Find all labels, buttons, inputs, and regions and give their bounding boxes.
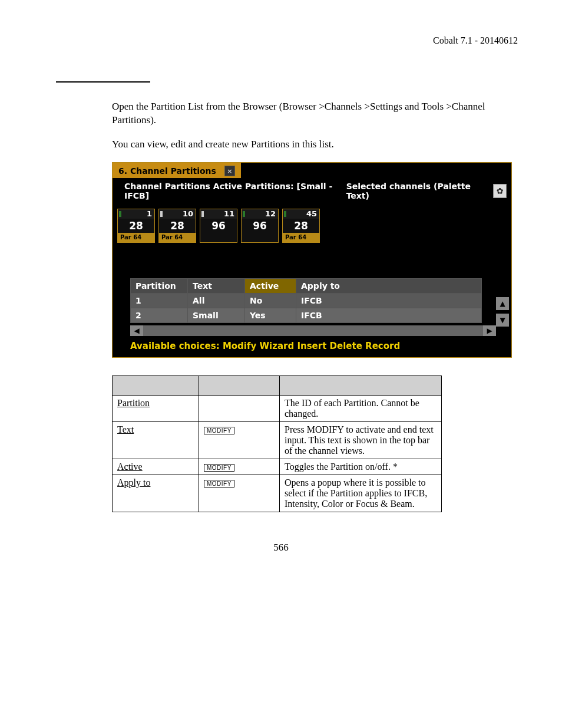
panel-tab[interactable]: 6. Channel Partitions × (113, 163, 241, 178)
table-row[interactable]: 2 Small Yes IFCB (131, 308, 482, 322)
scroll-left-icon[interactable]: ◀ (130, 325, 143, 336)
col-text[interactable]: Text (188, 278, 245, 293)
doc-header: Cobalt 7.1 - 20140612 (44, 35, 518, 46)
modify-button[interactable]: MODIFY (204, 427, 234, 434)
table-row: Partition The ID of each Partition. Cann… (113, 395, 442, 421)
mark-icon (284, 211, 286, 217)
channel-tile[interactable]: 1 28 Par 64 (117, 209, 155, 243)
close-icon[interactable]: × (224, 166, 235, 176)
channels-row: 1 28 Par 64 10 28 Par 64 11 96 12 96 45 (113, 204, 511, 243)
page-number: 566 (44, 542, 518, 554)
channel-tile[interactable]: 12 96 (241, 209, 279, 243)
modify-button[interactable]: MODIFY (204, 480, 234, 487)
scroll-down-icon[interactable]: ▼ (496, 314, 509, 327)
table-row: Active MODIFY Toggles the Partition on/o… (113, 459, 442, 475)
panel-tab-title: 6. Channel Partitions (118, 166, 216, 176)
table-row[interactable]: 1 All No IFCB (131, 293, 482, 308)
scroll-right-icon[interactable]: ▶ (483, 325, 496, 336)
mark-icon (160, 211, 163, 217)
hscroll-track[interactable] (143, 327, 483, 335)
table-row: Apply to MODIFY Opens a popup where it i… (113, 475, 442, 512)
paragraph-2: You can view, edit and create new Partit… (112, 138, 506, 151)
panel-heading-right: Selected channels (Palette Text) (346, 182, 488, 200)
channel-tile[interactable]: 11 96 (200, 209, 237, 243)
columns-reference-table: Partition The ID of each Partition. Cann… (112, 375, 442, 512)
gear-icon[interactable]: ✿ (493, 184, 507, 198)
channel-tile[interactable]: 45 28 Par 64 (282, 209, 320, 243)
ref-col1-header (113, 375, 199, 395)
table-row: Text MODIFY Press MODIFY to activate and… (113, 421, 442, 459)
body-text: Open the Partition List from the Browser… (112, 100, 506, 151)
mark-icon (243, 211, 245, 217)
partition-table[interactable]: Partition Text Active Apply to 1 All No … (130, 278, 482, 323)
mark-icon (201, 211, 204, 217)
col-applyto[interactable]: Apply to (296, 278, 482, 293)
paragraph-1: Open the Partition List from the Browser… (112, 100, 506, 127)
ref-col3-header (280, 375, 442, 395)
panel-heading-left: Channel Partitions Active Partitions: [S… (124, 182, 346, 200)
col-partition[interactable]: Partition (131, 278, 188, 293)
ref-col2-header (199, 375, 280, 395)
section-rule (56, 81, 150, 83)
available-choices: Available choices: Modify Wizard Insert … (113, 336, 511, 357)
scroll-up-icon[interactable]: ▲ (496, 297, 509, 310)
channel-partitions-panel: 6. Channel Partitions × Channel Partitio… (112, 162, 512, 358)
col-active[interactable]: Active (245, 278, 296, 293)
channel-tile[interactable]: 10 28 Par 64 (158, 209, 196, 243)
modify-button[interactable]: MODIFY (204, 464, 234, 472)
mark-icon (119, 211, 121, 217)
